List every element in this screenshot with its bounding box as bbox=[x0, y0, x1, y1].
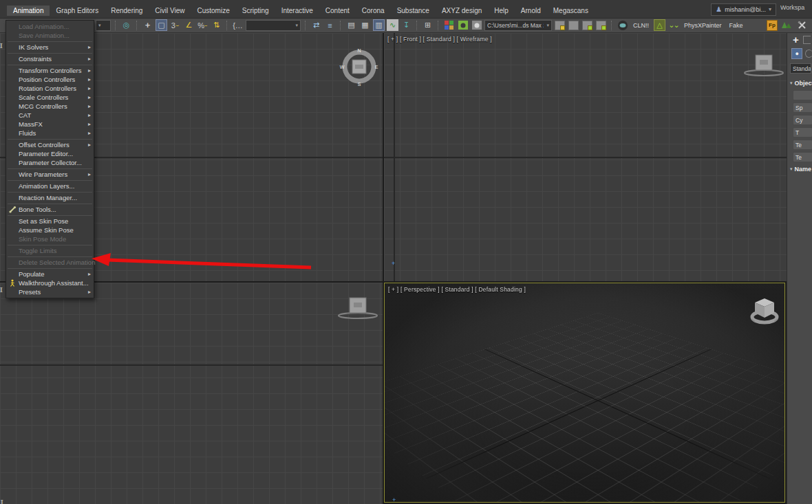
object-type-button-4[interactable]: Te bbox=[793, 140, 812, 150]
compass-west-label: W bbox=[340, 65, 345, 69]
mirror-icon[interactable]: ⇄ bbox=[310, 19, 322, 31]
material-editor-icon[interactable] bbox=[443, 19, 455, 31]
fake-button[interactable]: Fake bbox=[727, 22, 746, 29]
menu-item-walkthrough-assistant[interactable]: Walkthrough Assistant... bbox=[6, 278, 94, 287]
menu-item-mcg-controllers[interactable]: MCG Controllers▸ bbox=[6, 102, 94, 111]
compass-helper-gizmo[interactable]: N S E W bbox=[339, 46, 380, 87]
rendered-frame-window-icon[interactable] bbox=[471, 19, 482, 31]
viewport-perspective-active[interactable]: [ + ] [ Perspective ] [ Standard ] [ Def… bbox=[384, 283, 785, 503]
object-type-button-1[interactable]: Sp bbox=[793, 102, 812, 113]
viewport-front-label[interactable]: [ + ] [ Front ] [ Standard ] [ Wireframe… bbox=[387, 36, 492, 43]
menu-item-constraints[interactable]: Constraints▸ bbox=[6, 54, 94, 63]
menu-item-set-as-skin-pose[interactable]: Set as Skin Pose bbox=[6, 217, 94, 226]
menu-item-transform-controllers[interactable]: Transform Controllers▸ bbox=[6, 66, 94, 75]
user-avatar-icon: ♟ bbox=[716, 6, 722, 13]
object-type-button-5[interactable]: Te bbox=[793, 152, 812, 162]
forest-trees-icon[interactable] bbox=[781, 19, 793, 31]
viewport-front[interactable]: [ + ] [ Front ] [ Standard ] [ Wireframe… bbox=[384, 33, 787, 281]
menu-item-offset-controllers[interactable]: Offset Controllers▸ bbox=[6, 140, 94, 149]
curve-editor-icon[interactable]: ∿ bbox=[387, 19, 398, 31]
physx-painter-button[interactable]: PhysXPainter bbox=[681, 22, 725, 29]
toggle-scene-explorer-icon[interactable]: ▥ bbox=[373, 19, 385, 31]
menubar-item-substance[interactable]: Substance bbox=[391, 6, 436, 16]
menubar-item-corona[interactable]: Corona bbox=[356, 6, 391, 16]
named-selection-sets-icon[interactable]: {… bbox=[232, 19, 244, 31]
percent-snap-icon[interactable]: %⌣ bbox=[197, 19, 209, 31]
viewport-left[interactable] bbox=[0, 283, 383, 504]
script-button-2[interactable] bbox=[568, 19, 579, 31]
tools-wrench-icon[interactable] bbox=[796, 19, 808, 31]
box-object[interactable] bbox=[742, 52, 786, 77]
spinner-snap-icon[interactable]: ⇅ bbox=[211, 19, 222, 31]
schematic-view-icon[interactable]: ⊞ bbox=[422, 19, 434, 31]
object-type-rollout[interactable]: ▾ Object bbox=[787, 76, 812, 89]
box-on-compass-object[interactable] bbox=[749, 294, 781, 326]
named-selection-dropdown[interactable]: ▾ bbox=[246, 20, 301, 31]
viewport-perspective-label[interactable]: [ + ] [ Perspective ] [ Standard ] [ Def… bbox=[388, 286, 526, 293]
rollout-arrow-icon: ▾ bbox=[790, 166, 793, 172]
menubar-item-megascans[interactable]: Megascans bbox=[547, 6, 595, 16]
select-and-link-icon[interactable]: ◎ bbox=[120, 19, 132, 31]
menu-item-assume-skin-pose[interactable]: Assume Skin Pose bbox=[6, 226, 94, 234]
select-and-move-icon[interactable]: + bbox=[142, 19, 153, 31]
menubar-item-animation[interactable]: Animation bbox=[7, 6, 50, 16]
menubar-item-help[interactable]: Help bbox=[488, 6, 515, 16]
select-object-button[interactable]: ▢ bbox=[156, 19, 167, 31]
workspaces-dropdown[interactable]: Workspa bbox=[780, 4, 812, 11]
menu-item-rotation-controllers[interactable]: Rotation Controllers▸ bbox=[6, 84, 94, 93]
menu-item-populate[interactable]: Populate▸ bbox=[6, 270, 94, 278]
dope-sheet-icon[interactable]: ↧ bbox=[400, 19, 412, 31]
menubar-item-axyz-design[interactable]: AXYZ design bbox=[436, 6, 488, 16]
menubar-item-scripting[interactable]: Scripting bbox=[236, 6, 275, 16]
menubar-item-arnold[interactable]: Arnold bbox=[515, 6, 547, 16]
object-type-button-3[interactable]: T bbox=[793, 127, 812, 138]
menu-item-wire-parameters[interactable]: Wire Parameters▸ bbox=[6, 170, 94, 179]
modify-tab-icon[interactable] bbox=[803, 36, 811, 44]
project-path-dropdown[interactable]: C:\Users\mi...ds Max 202▾ bbox=[484, 20, 552, 31]
angle-snap-icon[interactable]: ∠ bbox=[183, 19, 195, 31]
menu-item-parameter-editor[interactable]: Parameter Editor... bbox=[6, 149, 94, 158]
shapes-category-icon[interactable] bbox=[805, 50, 812, 58]
chevrons-down-icon[interactable]: ⌄⌄ bbox=[667, 19, 679, 31]
create-tab-icon[interactable]: + bbox=[793, 36, 799, 44]
forest-pack-icon[interactable]: Fp bbox=[767, 20, 778, 31]
menubar-item-customize[interactable]: Customize bbox=[191, 6, 236, 16]
render-production-icon[interactable] bbox=[617, 19, 628, 31]
menubar-item-graph-editors[interactable]: Graph Editors bbox=[50, 6, 105, 16]
isolate-triangle-icon[interactable]: △ bbox=[654, 19, 665, 31]
script-button-3[interactable] bbox=[581, 19, 593, 31]
layer-explorer-icon[interactable]: ▦ bbox=[359, 19, 371, 31]
menu-item-massfx[interactable]: MassFX▸ bbox=[6, 120, 94, 129]
menubar-item-civil-view[interactable]: Civil View bbox=[149, 6, 191, 16]
undo-history-dropdown[interactable]: ▾ bbox=[96, 20, 111, 31]
menubar-item-rendering[interactable]: Rendering bbox=[105, 6, 149, 16]
script-button-1[interactable] bbox=[554, 19, 566, 31]
menu-item-scale-controllers[interactable]: Scale Controllers▸ bbox=[6, 93, 94, 102]
menu-item-position-controllers[interactable]: Position Controllers▸ bbox=[6, 75, 94, 84]
primitive-category-dropdown[interactable]: Standard bbox=[790, 63, 811, 74]
menu-item-parameter-collector[interactable]: Parameter Collector... bbox=[6, 158, 94, 167]
menubar-item-interactive[interactable]: Interactive bbox=[275, 6, 319, 16]
menu-item-animation-layers[interactable]: Animation Layers... bbox=[6, 182, 94, 190]
submenu-arrow-icon: ▸ bbox=[88, 85, 94, 91]
object-type-button-0[interactable] bbox=[793, 90, 812, 100]
object-type-button-2[interactable]: Cy bbox=[793, 115, 812, 125]
script-button-4[interactable] bbox=[595, 19, 607, 31]
menu-item-ik-solvers[interactable]: IK Solvers▸ bbox=[6, 43, 94, 52]
menu-item-bone-tools[interactable]: Bone Tools... bbox=[6, 205, 94, 214]
user-account-button[interactable]: ♟ mishanin@bi... ▾ bbox=[711, 3, 776, 16]
submenu-arrow-icon: ▸ bbox=[88, 142, 94, 148]
render-setup-icon[interactable] bbox=[457, 19, 469, 31]
menu-item-cat[interactable]: CAT▸ bbox=[6, 111, 94, 120]
geometry-category-icon[interactable]: ● bbox=[791, 48, 802, 59]
align-icon[interactable]: ≡ bbox=[324, 19, 336, 31]
box-object[interactable] bbox=[336, 295, 380, 320]
snaps-toggle-icon[interactable]: 3⌣ bbox=[169, 19, 181, 31]
menu-item-presets[interactable]: Presets▸ bbox=[6, 287, 94, 296]
name-color-rollout[interactable]: ▾ Name bbox=[787, 162, 812, 175]
cln-script-button[interactable]: CLN!! bbox=[630, 22, 652, 29]
menu-item-fluids[interactable]: Fluids▸ bbox=[6, 129, 94, 138]
scene-explorer-icon[interactable]: ▤ bbox=[345, 19, 357, 31]
menubar-item-content[interactable]: Content bbox=[319, 6, 356, 16]
menu-item-reaction-manager[interactable]: Reaction Manager... bbox=[6, 193, 94, 202]
